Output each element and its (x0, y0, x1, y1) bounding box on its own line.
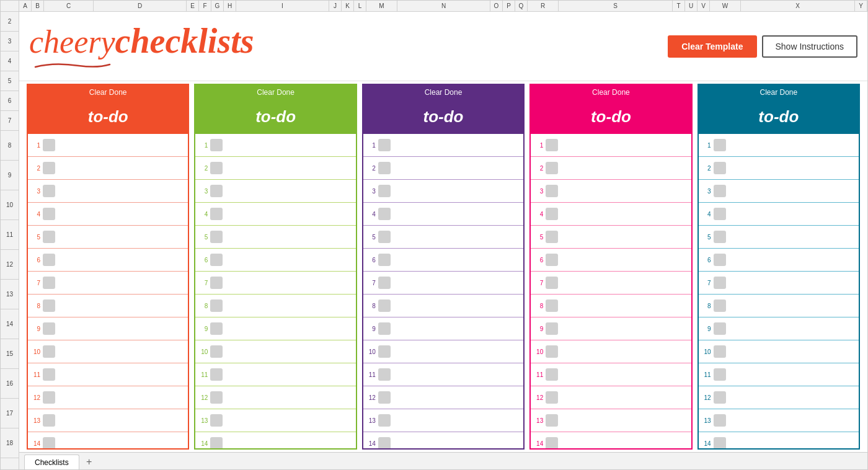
checkbox[interactable] (378, 391, 391, 404)
tab-add-button[interactable]: + (82, 454, 97, 469)
todo-items-green: 1 2 3 4 5 6 7 8 9 10 11 12 13 14 (195, 134, 355, 448)
checkbox[interactable] (43, 391, 55, 404)
checkbox[interactable] (378, 299, 391, 312)
checkbox[interactable] (378, 185, 391, 197)
checkbox[interactable] (714, 368, 726, 381)
checklist-red: Clear Done to-do 1 2 3 4 5 6 7 8 9 10 11 (27, 84, 189, 450)
checkbox[interactable] (714, 322, 726, 335)
checkbox[interactable] (378, 437, 391, 448)
checkbox[interactable] (546, 254, 558, 266)
list-item: 1 (195, 134, 355, 157)
checkbox[interactable] (43, 299, 55, 312)
checkbox[interactable] (546, 231, 558, 243)
checkbox[interactable] (378, 208, 391, 220)
show-instructions-button[interactable]: Show Instructions (762, 35, 858, 58)
row-19: 19 (1, 458, 19, 469)
list-item: 1 (363, 134, 523, 157)
checkbox[interactable] (546, 299, 558, 312)
checkbox[interactable] (378, 414, 391, 427)
checkbox[interactable] (210, 185, 223, 197)
clear-done-green[interactable]: Clear Done (195, 85, 355, 100)
todo-header-red: to-do (28, 100, 188, 134)
checkbox[interactable] (714, 162, 726, 174)
checkbox[interactable] (210, 322, 223, 335)
checkbox[interactable] (714, 391, 726, 404)
checkbox[interactable] (714, 299, 726, 312)
checkbox[interactable] (378, 231, 391, 243)
checkbox[interactable] (546, 368, 558, 381)
checkbox[interactable] (210, 299, 223, 312)
list-item: 12 (699, 386, 859, 409)
col-s: S (559, 1, 673, 11)
checkbox[interactable] (714, 437, 726, 448)
clear-done-purple[interactable]: Clear Done (363, 85, 523, 100)
checkbox[interactable] (43, 345, 55, 358)
list-item: 12 (28, 386, 188, 409)
checkbox[interactable] (714, 254, 726, 266)
checkbox[interactable] (43, 277, 55, 289)
checkbox[interactable] (210, 277, 223, 289)
checkbox[interactable] (546, 322, 558, 335)
todo-items-pink: 1 2 3 4 5 6 7 8 9 10 11 12 13 14 (531, 134, 691, 448)
checkbox[interactable] (714, 414, 726, 427)
checkbox[interactable] (210, 162, 223, 174)
checklist-pink: Clear Done to-do 1 2 3 4 5 6 7 8 9 10 11 (529, 84, 692, 450)
checkbox[interactable] (714, 345, 726, 358)
checkbox[interactable] (378, 277, 391, 289)
checkbox[interactable] (210, 254, 223, 266)
checkbox[interactable] (546, 139, 558, 151)
row-2: 2 (1, 12, 19, 32)
checkbox[interactable] (43, 185, 55, 197)
checkbox[interactable] (210, 139, 223, 151)
checkbox[interactable] (43, 162, 55, 174)
main-area: 2 3 4 5 6 7 8 9 10 11 12 13 14 15 16 17 … (1, 12, 867, 469)
list-item: 13 (195, 409, 355, 432)
checkbox[interactable] (43, 414, 55, 427)
checkbox[interactable] (378, 368, 391, 381)
checkbox[interactable] (546, 345, 558, 358)
checkbox[interactable] (378, 322, 391, 335)
list-item: 10 (531, 340, 691, 363)
checkbox[interactable] (378, 139, 391, 151)
checkbox[interactable] (43, 254, 55, 266)
clear-done-red[interactable]: Clear Done (28, 85, 188, 100)
checkbox[interactable] (546, 414, 558, 427)
clear-template-button[interactable]: Clear Template (668, 35, 756, 58)
checkbox[interactable] (714, 231, 726, 243)
checkbox[interactable] (210, 437, 223, 448)
checkbox[interactable] (210, 231, 223, 243)
checkbox[interactable] (43, 208, 55, 220)
checkbox[interactable] (546, 185, 558, 197)
checkbox[interactable] (210, 345, 223, 358)
checkbox[interactable] (714, 185, 726, 197)
checkbox[interactable] (378, 254, 391, 266)
checkbox[interactable] (43, 322, 55, 335)
list-item: 6 (531, 249, 691, 272)
checkbox[interactable] (43, 368, 55, 381)
row-7: 7 (1, 111, 19, 131)
checkbox[interactable] (378, 345, 391, 358)
checkbox[interactable] (546, 208, 558, 220)
checkbox[interactable] (714, 208, 726, 220)
row-15: 15 (1, 339, 19, 369)
checkbox[interactable] (210, 368, 223, 381)
checkbox[interactable] (210, 208, 223, 220)
checkbox[interactable] (378, 162, 391, 174)
checkbox[interactable] (546, 437, 558, 448)
clear-done-teal[interactable]: Clear Done (699, 85, 859, 100)
col-c: C (44, 1, 94, 11)
checkbox[interactable] (546, 391, 558, 404)
tab-checklists[interactable]: Checklists (24, 454, 79, 469)
checkbox[interactable] (714, 277, 726, 289)
checkbox[interactable] (210, 414, 223, 427)
checkbox[interactable] (210, 391, 223, 404)
checkbox[interactable] (546, 162, 558, 174)
checkbox[interactable] (43, 437, 55, 448)
checkbox[interactable] (546, 277, 558, 289)
list-item: 11 (363, 363, 523, 386)
checkbox[interactable] (43, 231, 55, 243)
checkbox[interactable] (43, 139, 55, 151)
col-t: T (673, 1, 685, 11)
checkbox[interactable] (714, 139, 726, 151)
clear-done-pink[interactable]: Clear Done (531, 85, 691, 100)
